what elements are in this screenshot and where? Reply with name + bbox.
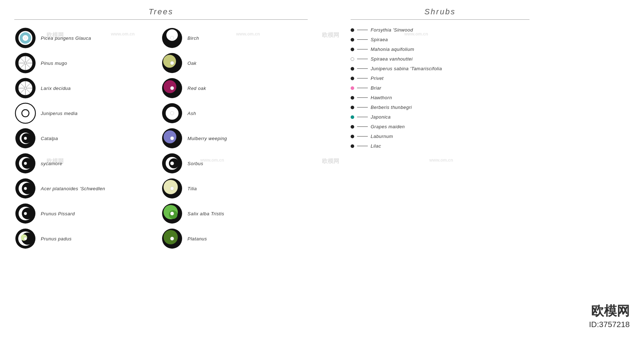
svg-point-40 [24, 237, 27, 240]
svg-point-46 [170, 61, 174, 65]
tree-item: Acer platanoides 'Schwedlen [14, 176, 161, 201]
tree-label: Larix decidua [41, 86, 71, 91]
tree-icon [161, 77, 183, 99]
tree-icon [161, 177, 183, 200]
shrub-line [357, 117, 368, 117]
tree-icon [161, 27, 183, 49]
shrub-label: Privet [371, 76, 384, 81]
svg-point-10 [24, 62, 26, 64]
tree-label: Sorbus [187, 161, 203, 166]
tree-icon [14, 152, 36, 174]
tree-icon [161, 202, 183, 225]
shrub-label: Forsythia 'Sinwood [371, 27, 413, 33]
shrub-line [357, 59, 368, 59]
tree-item: Salix alba Tristis [161, 201, 308, 226]
svg-point-55 [170, 137, 174, 140]
tree-icon [14, 77, 36, 99]
shrub-item: Briar [351, 83, 530, 92]
tree-item: Birch [161, 25, 308, 51]
tree-icon [14, 52, 36, 74]
shrub-line [357, 68, 368, 69]
shrub-dot [351, 57, 354, 61]
tree-item: Larix decidua [14, 76, 161, 101]
shrub-item: Forsythia 'Sinwood [351, 25, 530, 34]
tree-item: Oak [161, 51, 308, 76]
tree-label: Juniperus media [41, 111, 78, 116]
shrub-line [357, 126, 368, 127]
tree-item: Picea pungens Glauca [14, 25, 161, 51]
svg-point-34 [22, 208, 33, 219]
svg-point-35 [24, 212, 27, 215]
shrub-label: Hawthorn [371, 95, 392, 100]
tree-item: Tilia [161, 176, 308, 201]
tree-item: Mulberry weeping [161, 126, 308, 151]
svg-point-43 [170, 36, 174, 40]
tree-item: Prunus Pissard [14, 201, 161, 226]
tree-icon [14, 127, 36, 149]
svg-point-54 [164, 130, 176, 143]
tree-label: Red oak [187, 86, 206, 91]
shrubs-title: Shrubs [351, 7, 530, 16]
shrub-item: Mahonia aquifolium [351, 45, 530, 54]
shrub-dot [351, 48, 354, 51]
tree-label: Tilia [187, 186, 197, 191]
svg-point-17 [24, 87, 26, 89]
svg-point-31 [24, 187, 27, 190]
svg-point-59 [170, 162, 174, 165]
shrub-item: Lilac [351, 142, 530, 150]
tree-label: Prunus padus [41, 236, 72, 241]
shrub-item: Privet [351, 74, 530, 83]
shrub-label: Briar [371, 85, 381, 91]
shrub-label: Japonica [371, 114, 391, 120]
shrub-label: Mahonia aquifolium [371, 47, 414, 52]
tree-label: Birch [187, 35, 199, 41]
tree-label: Pinus mugo [41, 61, 67, 66]
shrub-line [357, 30, 368, 30]
shrub-item: Grapes maiden [351, 122, 530, 131]
shrub-dot [351, 106, 354, 109]
tree-item: Juniperus media [14, 101, 161, 126]
shrub-line [357, 39, 368, 40]
shrub-dot [351, 135, 354, 138]
shrub-line [357, 49, 368, 49]
tree-icon [14, 177, 36, 200]
shrub-item: Laburnum [351, 132, 530, 141]
shrub-label: Berberis thunbegri [371, 105, 412, 110]
tree-label: Picea pungens Glauca [41, 35, 91, 41]
svg-point-30 [22, 183, 33, 194]
shrub-line [357, 88, 368, 88]
shrub-item: Juniperus sabina 'Tamariscifolia [351, 64, 530, 73]
shrub-dot [351, 38, 354, 42]
shrub-label: Grapes maiden [371, 124, 405, 129]
tree-label: Acer platanoides 'Schwedlen [41, 186, 105, 191]
tree-item: Sorbus [161, 151, 308, 176]
brand-block: 欧模网 ID:3757218 [589, 302, 630, 329]
tree-icon [161, 52, 183, 74]
tree-icon [14, 27, 36, 49]
svg-point-49 [170, 86, 174, 90]
tree-label: Mulberry weeping [187, 136, 227, 141]
tree-icon [14, 228, 36, 250]
svg-point-18 [15, 103, 35, 123]
shrub-label: Spiraea [371, 37, 388, 42]
svg-point-48 [164, 80, 176, 93]
shrub-dot [351, 125, 354, 129]
tree-item: Platanus [161, 226, 308, 251]
tree-label: Platanus [187, 236, 207, 241]
shrub-dot [351, 77, 354, 80]
shrub-dot [351, 67, 354, 71]
svg-point-61 [164, 180, 178, 194]
svg-point-52 [170, 111, 174, 115]
shrub-line [357, 107, 368, 107]
tree-label: Salix alba Tristis [187, 211, 224, 216]
tree-label: Prunus Pissard [41, 211, 75, 216]
tree-item: Pinus mugo [14, 51, 161, 76]
tree-icon [161, 127, 183, 149]
svg-point-66 [170, 212, 174, 215]
shrub-dot [351, 86, 354, 90]
shrub-line [357, 146, 368, 146]
tree-item: Ash [161, 101, 308, 126]
brand-cn: 欧模网 [589, 302, 630, 320]
tree-label: Ash [187, 111, 196, 116]
tree-label: Catalpa [41, 136, 58, 141]
